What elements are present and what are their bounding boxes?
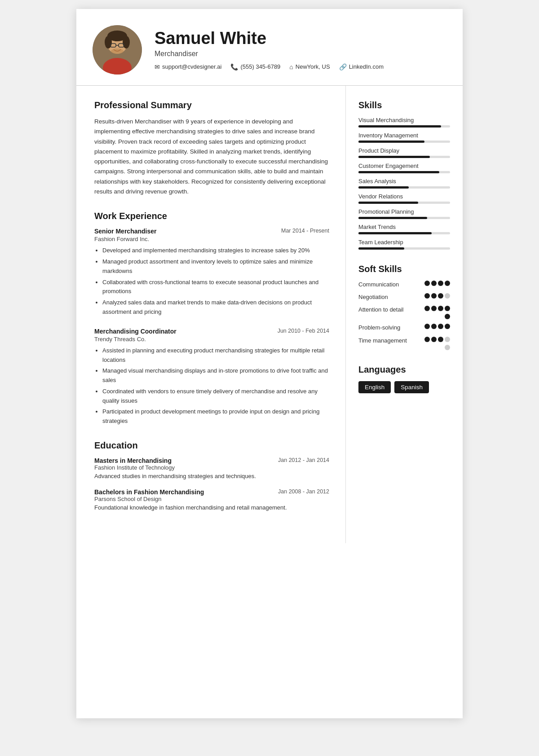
soft-skill-name: Communication	[358, 281, 421, 289]
job-2-dates: Jun 2010 - Feb 2014	[278, 328, 329, 334]
skill-dot	[445, 324, 450, 329]
skill-item: Vendor Relations	[358, 193, 450, 204]
skill-dot	[424, 337, 430, 342]
languages-title: Languages	[358, 365, 450, 375]
skill-bar-bg	[358, 202, 450, 204]
edu-1-header: Masters in Merchandising Jan 2012 - Jan …	[94, 457, 329, 464]
contact-location: ⌂ NewYork, US	[289, 63, 330, 70]
skill-dot	[424, 281, 430, 286]
edu-2-desc: Foundational knowledge in fashion mercha…	[94, 504, 329, 511]
work-experience-title: Work Experience	[94, 211, 329, 221]
edu-2-school: Parsons School of Design	[94, 496, 329, 502]
avatar	[93, 25, 142, 75]
skill-dot	[438, 306, 443, 311]
summary-text: Results-driven Merchandiser with 9 years…	[94, 117, 329, 197]
phone-text: (555) 345-6789	[240, 63, 280, 70]
skill-item: Team Leadership	[358, 239, 450, 250]
soft-skills-title: Soft Skills	[358, 264, 450, 274]
skill-dot	[431, 324, 437, 329]
edu-1-degree: Masters in Merchandising	[94, 457, 172, 464]
edu-2: Bachelors in Fashion Merchandising Jan 2…	[94, 488, 329, 511]
skill-dot	[424, 293, 430, 299]
education-title: Education	[94, 440, 329, 451]
language-english: English	[358, 381, 391, 393]
linkedin-icon: 🔗	[339, 63, 347, 70]
soft-skills-list: Communication Negotiation Attention to d…	[358, 281, 450, 350]
skill-dot	[424, 324, 430, 329]
edu-1-dates: Jan 2012 - Jan 2014	[278, 457, 329, 463]
location-icon: ⌂	[289, 63, 293, 70]
soft-skill-name: Time management	[358, 337, 415, 345]
list-item: Managed visual merchandising displays an…	[102, 366, 329, 385]
skill-dots	[424, 324, 450, 329]
skill-dots	[424, 281, 450, 286]
skill-bar-fill	[358, 125, 441, 127]
skill-name: Product Display	[358, 147, 450, 154]
skill-name: Inventory Management	[358, 132, 450, 139]
soft-skill-item: Attention to detail	[358, 306, 450, 319]
skill-dot	[424, 306, 430, 311]
skill-item: Customer Engagement	[358, 163, 450, 173]
location-text: NewYork, US	[296, 63, 330, 70]
skill-dot	[438, 281, 443, 286]
job-1-bullets: Developed and implemented merchandising …	[94, 246, 329, 317]
skills-title: Skills	[358, 100, 450, 110]
skill-bar-fill	[358, 156, 430, 158]
contact-linkedin: 🔗 LinkedIn.com	[339, 63, 384, 70]
skill-bar-bg	[358, 217, 450, 219]
skill-dot	[445, 281, 450, 286]
skill-dot	[445, 337, 450, 342]
skill-dot	[445, 345, 450, 350]
list-item: Developed and implemented merchandising …	[102, 246, 329, 255]
contact-list: ✉ support@cvdesigner.ai 📞 (555) 345-6789…	[155, 63, 445, 70]
skill-dots	[419, 306, 450, 319]
job-1: Senior Merchandiser Mar 2014 - Present F…	[94, 228, 329, 317]
summary-section: Professional Summary Results-driven Merc…	[94, 100, 329, 197]
candidate-title: Merchandiser	[155, 50, 445, 58]
soft-skill-item: Negotiation	[358, 293, 450, 301]
job-2-header: Merchandising Coordinator Jun 2010 - Feb…	[94, 328, 329, 335]
skill-name: Visual Merchandising	[358, 117, 450, 123]
right-column: Skills Visual Merchandising Inventory Ma…	[346, 86, 463, 543]
edu-1: Masters in Merchandising Jan 2012 - Jan …	[94, 457, 329, 479]
skill-dot	[438, 337, 443, 342]
job-2-bullets: Assisted in planning and executing produ…	[94, 346, 329, 426]
skill-dots	[419, 337, 450, 350]
skill-dot	[445, 306, 450, 311]
list-item: Participated in product development meet…	[102, 407, 329, 426]
edu-1-desc: Advanced studies in merchandising strate…	[94, 473, 329, 479]
skill-dots	[424, 293, 450, 299]
skill-dot	[431, 306, 437, 311]
list-item: Coordinated with vendors to ensure timel…	[102, 387, 329, 406]
skill-bar-bg	[358, 156, 450, 158]
skill-bar-fill	[358, 247, 404, 250]
list-item: Managed product assortment and inventory…	[102, 257, 329, 276]
email-icon: ✉	[155, 63, 160, 70]
job-1-company: Fashion Forward Inc.	[94, 236, 329, 242]
skill-bar-fill	[358, 171, 439, 173]
skill-dot	[431, 281, 437, 286]
skill-dot	[431, 337, 437, 342]
contact-phone: 📞 (555) 345-6789	[230, 63, 280, 70]
job-1-dates: Mar 2014 - Present	[281, 228, 329, 234]
contact-email: ✉ support@cvdesigner.ai	[155, 63, 221, 70]
list-item: Collaborated with cross-functional teams…	[102, 278, 329, 297]
soft-skill-name: Problem-solving	[358, 324, 421, 332]
job-1-header: Senior Merchandiser Mar 2014 - Present	[94, 228, 329, 235]
job-1-title: Senior Merchandiser	[94, 228, 157, 235]
skill-item: Inventory Management	[358, 132, 450, 143]
skill-dot	[445, 314, 450, 319]
skill-item: Product Display	[358, 147, 450, 158]
list-item: Analyzed sales data and market trends to…	[102, 298, 329, 317]
skill-name: Team Leadership	[358, 239, 450, 246]
edu-1-school: Fashion Institute of Technology	[94, 464, 329, 471]
resume-page: Samuel White Merchandiser ✉ support@cvde…	[76, 9, 463, 718]
skills-section: Skills Visual Merchandising Inventory Ma…	[358, 100, 450, 250]
languages-section: Languages English Spanish	[358, 365, 450, 393]
skill-name: Vendor Relations	[358, 193, 450, 200]
job-2: Merchandising Coordinator Jun 2010 - Feb…	[94, 328, 329, 426]
header-info: Samuel White Merchandiser ✉ support@cvde…	[155, 29, 445, 70]
svg-point-9	[111, 48, 124, 54]
work-experience-section: Work Experience Senior Merchandiser Mar …	[94, 211, 329, 426]
language-spanish: Spanish	[394, 381, 429, 393]
